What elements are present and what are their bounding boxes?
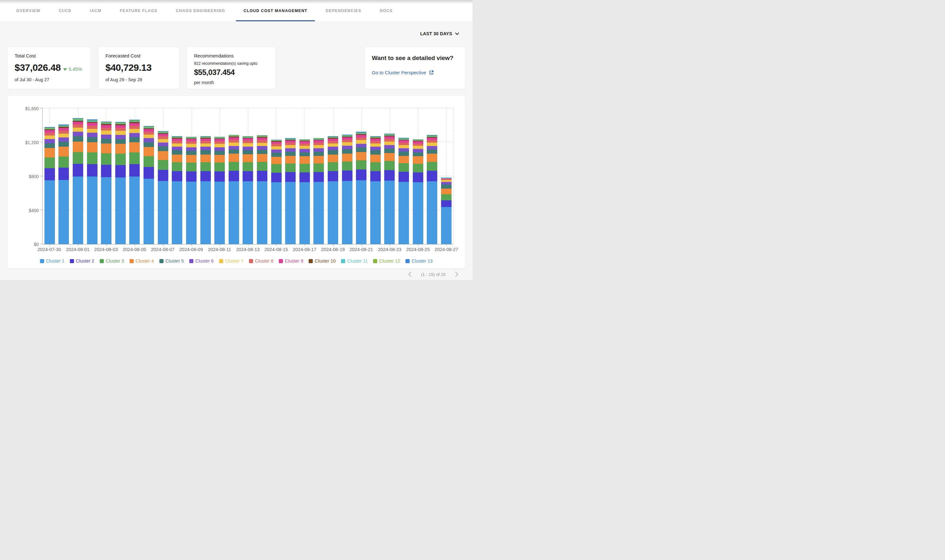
segment-cluster-9 (356, 135, 366, 137)
bar-2024-08-14[interactable] (255, 108, 269, 244)
bar-2024-08-16[interactable] (283, 108, 297, 244)
segment-cluster-2 (356, 169, 366, 180)
legend-item-cluster-11[interactable]: Cluster 11 (341, 258, 368, 263)
legend-label: Cluster 9 (285, 258, 303, 263)
bar-2024-08-26[interactable] (425, 108, 439, 244)
legend-item-cluster-13[interactable]: Cluster 13 (405, 258, 432, 263)
segment-cluster-1 (101, 177, 111, 244)
bar-2024-07-30[interactable] (43, 108, 57, 244)
bar-2024-08-02[interactable] (85, 108, 99, 244)
segment-cluster-9 (257, 138, 267, 140)
detail-view-title: Want to see a detailed view? (372, 55, 458, 62)
segment-cluster-1 (285, 182, 296, 244)
legend-item-cluster-8[interactable]: Cluster 8 (249, 258, 273, 263)
legend-item-cluster-7[interactable]: Cluster 7 (219, 258, 243, 263)
bar-2024-08-05[interactable] (128, 108, 142, 244)
segment-cluster-9 (214, 139, 225, 141)
legend-item-cluster-6[interactable]: Cluster 6 (189, 258, 214, 263)
x-tick-label: 2024-08-21 (349, 247, 373, 252)
segment-cluster-4 (271, 157, 282, 164)
x-tick-mark (276, 244, 277, 246)
segment-cluster-1 (58, 180, 69, 244)
segment-cluster-2 (427, 171, 437, 181)
segment-cluster-8 (328, 141, 338, 143)
legend-item-cluster-2[interactable]: Cluster 2 (70, 258, 94, 263)
segment-cluster-5 (441, 185, 451, 189)
chevron-right-icon[interactable] (455, 271, 459, 277)
legend-label: Cluster 5 (165, 258, 184, 263)
bar-2024-08-17[interactable] (297, 108, 312, 244)
legend-item-cluster-3[interactable]: Cluster 3 (100, 258, 124, 263)
bar-2024-08-18[interactable] (312, 108, 326, 244)
legend-item-cluster-12[interactable]: Cluster 12 (373, 258, 400, 263)
segment-cluster-7 (370, 143, 381, 147)
bar-2024-08-10[interactable] (199, 108, 213, 244)
bar-2024-08-11[interactable] (212, 108, 227, 244)
bar-2024-08-01[interactable] (71, 108, 85, 244)
legend-item-cluster-4[interactable]: Cluster 4 (129, 258, 154, 263)
legend-item-cluster-5[interactable]: Cluster 5 (159, 258, 184, 263)
segment-cluster-7 (129, 129, 140, 133)
tab-iacm[interactable]: IACM (81, 0, 111, 21)
tab-feature-flags[interactable]: FEATURE FLAGS (111, 0, 167, 21)
legend-item-cluster-9[interactable]: Cluster 9 (279, 258, 303, 263)
y-tick-label: $400 (29, 208, 39, 213)
bar-2024-08-27[interactable] (439, 108, 454, 244)
legend-item-cluster-10[interactable]: Cluster 10 (309, 258, 336, 263)
legend-item-cluster-1[interactable]: Cluster 1 (40, 258, 65, 263)
segment-cluster-4 (299, 156, 310, 164)
tab-overview[interactable]: OVERVIEW (7, 0, 49, 21)
cluster-perspective-link[interactable]: Go to Cluster Perspective (372, 70, 458, 75)
segment-cluster-8 (115, 128, 126, 131)
bar-2024-08-24[interactable] (397, 108, 411, 244)
x-tick-label: 2024-08-23 (378, 247, 402, 252)
tab-cloud-cost-management[interactable]: CLOUD COST MANAGEMENT (234, 0, 317, 21)
segment-cluster-9 (384, 137, 395, 139)
segment-cluster-9 (87, 123, 97, 125)
date-range-dropdown[interactable]: LAST 30 DAYS (420, 31, 459, 36)
chevron-left-icon[interactable] (408, 271, 411, 277)
tab-chaos-engineering[interactable]: CHAOS ENGINEERING (167, 0, 234, 21)
bar-2024-08-25[interactable] (411, 108, 425, 244)
segment-cluster-4 (158, 151, 168, 160)
segment-cluster-6 (45, 139, 55, 143)
bar-2024-08-23[interactable] (383, 108, 397, 244)
bar-2024-08-22[interactable] (368, 108, 383, 244)
bar-2024-08-03[interactable] (99, 108, 113, 244)
segment-cluster-6 (186, 147, 197, 151)
bar-2024-08-20[interactable] (340, 108, 354, 244)
segment-cluster-1 (87, 177, 97, 244)
segment-cluster-3 (384, 161, 395, 170)
chart-legend: Cluster 1Cluster 2Cluster 3Cluster 4Clus… (8, 258, 465, 263)
bar-2024-08-15[interactable] (269, 108, 283, 244)
segment-cluster-2 (129, 164, 140, 177)
segment-cluster-9 (129, 123, 140, 126)
bar-2024-08-09[interactable] (184, 108, 199, 244)
bar-2024-08-04[interactable] (113, 108, 128, 244)
tab-ci-cd[interactable]: CI/CD (49, 0, 81, 21)
bar-2024-08-06[interactable] (142, 108, 156, 244)
segment-cluster-1 (356, 180, 366, 244)
segment-cluster-9 (73, 122, 83, 125)
segment-cluster-6 (399, 148, 409, 152)
segment-cluster-8 (45, 133, 55, 135)
segment-cluster-1 (427, 181, 437, 244)
segment-cluster-9 (427, 138, 437, 140)
segment-cluster-4 (243, 154, 253, 162)
segment-cluster-9 (172, 139, 182, 141)
segment-cluster-3 (172, 162, 182, 171)
segment-cluster-8 (271, 144, 282, 146)
tab-docs[interactable]: DOCS (371, 0, 402, 21)
bar-2024-08-12[interactable] (227, 108, 241, 244)
tab-dependencies[interactable]: DEPENDENCIES (317, 0, 371, 21)
x-tick-label: 2024-08-13 (236, 247, 259, 252)
bar-2024-08-13[interactable] (241, 108, 255, 244)
legend-label: Cluster 12 (379, 258, 400, 263)
bar-2024-08-08[interactable] (170, 108, 184, 244)
bar-2024-08-07[interactable] (156, 108, 170, 244)
x-tick-mark (220, 244, 220, 246)
bar-2024-07-31[interactable] (57, 108, 71, 244)
segment-cluster-7 (73, 128, 83, 132)
bar-2024-08-21[interactable] (354, 108, 368, 244)
bar-2024-08-19[interactable] (326, 108, 340, 244)
